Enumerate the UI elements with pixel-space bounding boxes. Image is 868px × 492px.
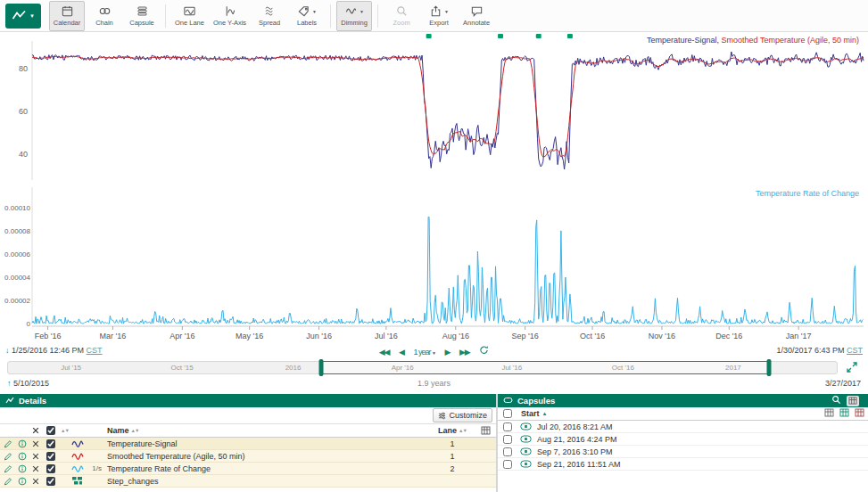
slider-axis-label: 2017 xyxy=(725,364,741,372)
slider-axis-label: Oct '16 xyxy=(612,364,634,372)
remove-icon[interactable] xyxy=(29,440,42,447)
info-icon[interactable] xyxy=(15,439,29,448)
details-row[interactable]: Temperature-Signal 1 xyxy=(0,438,496,450)
info-icon[interactable] xyxy=(15,452,29,461)
select-all-capsules-checkbox[interactable] xyxy=(503,409,512,418)
chevron-down-icon: ▼ xyxy=(444,9,449,14)
svg-text:0.00010: 0.00010 xyxy=(4,204,30,212)
edit-pencil-icon[interactable] xyxy=(0,464,15,473)
app-logo-button[interactable]: ▼ xyxy=(5,4,41,29)
selected-range[interactable] xyxy=(321,361,771,374)
toolbar-button-calendar[interactable]: Calendar xyxy=(49,1,85,31)
toolbar-label: One Y-Axis xyxy=(213,19,246,27)
signal-icon xyxy=(69,463,86,473)
item-name[interactable]: Temperature-Signal xyxy=(104,439,430,448)
edit-pencil-icon[interactable] xyxy=(0,477,15,486)
item-name[interactable]: Step_changes xyxy=(104,477,430,486)
capsule-select-checkbox[interactable] xyxy=(503,447,512,456)
capsule-row[interactable]: Sep 7, 2016 3:10 PM xyxy=(498,446,868,458)
item-name[interactable]: Temperature Rate of Change xyxy=(104,464,430,473)
item-name[interactable]: Smoothed Temperature (Agile, 50 min) xyxy=(104,452,430,461)
sort-selected-icon[interactable]: ▲▼ xyxy=(59,428,69,433)
toolbar-button-capsule[interactable]: Capsule xyxy=(124,1,160,31)
toolbar-button-dimming[interactable]: ▼ Dimming xyxy=(336,1,372,31)
capsule-select-checkbox[interactable] xyxy=(503,460,512,469)
edit-pencil-icon[interactable] xyxy=(0,452,15,461)
table-view-icon[interactable] xyxy=(824,408,834,419)
toolbar-button-export[interactable]: ▼ Export xyxy=(421,1,457,31)
lane-column-header[interactable]: Lane▲▼ xyxy=(430,426,475,435)
step-forward-button[interactable]: ▶ xyxy=(445,348,451,357)
capsule-select-checkbox[interactable] xyxy=(503,422,512,431)
add-column-icon[interactable] xyxy=(839,408,849,419)
toolbar-button-spread[interactable]: Spread xyxy=(252,1,287,31)
remove-icon[interactable] xyxy=(29,453,42,460)
overview-slider-track[interactable]: Jul '15Oct '152016Apr '16Jul '16Oct '162… xyxy=(7,361,838,374)
remove-icon[interactable] xyxy=(29,465,42,472)
step-back-fast-button[interactable]: ◀◀ xyxy=(379,348,390,357)
step-back-button[interactable]: ◀ xyxy=(399,348,404,357)
overview-slider-row: Jul '15Oct '152016Apr '16Jul '16Oct '162… xyxy=(0,359,868,377)
start-column-header[interactable]: Start▲ xyxy=(517,409,824,418)
capsule-row[interactable]: Sep 21, 2016 11:51 AM xyxy=(498,458,868,471)
trend-chart-area[interactable]: Feb '16Mar '16Apr '16May '16Jun '16Jul '… xyxy=(0,32,868,344)
toolbar-button-chain[interactable]: Chain xyxy=(87,1,122,31)
grid-options-button[interactable] xyxy=(847,396,859,406)
step-forward-fast-button[interactable]: ▶▶ xyxy=(459,348,470,357)
annotate-bubble-icon xyxy=(470,4,484,18)
range-handle-right[interactable] xyxy=(766,359,771,376)
timezone-link[interactable]: CST xyxy=(847,346,863,355)
customize-label: Customize xyxy=(449,411,487,420)
svg-text:80: 80 xyxy=(19,64,28,73)
capsule-select-checkbox[interactable] xyxy=(503,435,512,444)
signal-icon xyxy=(69,439,86,448)
remove-all-icon[interactable] xyxy=(29,427,42,434)
slider-axis-label: 2016 xyxy=(285,364,302,372)
expand-range-icon[interactable] xyxy=(846,361,860,373)
one-y-axis-icon xyxy=(223,4,236,18)
legend-item[interactable]: Smoothed Temperature (Agile, 50 min) xyxy=(722,36,859,45)
remove-column-icon[interactable] xyxy=(855,408,864,419)
row-select-checkbox[interactable] xyxy=(46,439,55,448)
chevron-down-icon: ▼ xyxy=(432,350,435,356)
trend-logo-icon xyxy=(12,9,27,23)
toolbar-button-labels[interactable]: ▼ Labels xyxy=(289,1,325,31)
duration-dropdown[interactable]: 1 year ▼ xyxy=(414,348,435,357)
customize-button[interactable]: Customize xyxy=(433,408,492,422)
refresh-icon[interactable] xyxy=(479,345,489,357)
remove-icon[interactable] xyxy=(29,478,42,485)
details-row[interactable]: 1/s Temperature Rate of Change 2 xyxy=(0,463,496,475)
info-icon[interactable] xyxy=(15,477,29,486)
toolbar-label: One Lane xyxy=(175,19,204,27)
info-icon[interactable] xyxy=(15,464,29,473)
toolbar-button-one-lane[interactable]: One Lane xyxy=(171,1,208,31)
capsules-table-header: Start▲ xyxy=(498,407,868,421)
display-range-end[interactable]: 1/30/2017 6:43 PM CST xyxy=(776,346,863,355)
toolbar-label: Export xyxy=(429,19,449,27)
toolbar-button-annotate[interactable]: Annotate xyxy=(459,1,494,31)
details-panel: Details Customize ▲▼ Name▲▼ Lane▲▼ xyxy=(0,394,496,492)
toolbar-button-one-y-axis[interactable]: One Y-Axis xyxy=(210,1,250,31)
details-row[interactable]: Smoothed Temperature (Agile, 50 min) 1 xyxy=(0,450,496,463)
capsule-icon xyxy=(517,435,533,443)
row-select-checkbox[interactable] xyxy=(46,477,55,486)
capsule-row[interactable]: Aug 21, 2016 4:24 PM xyxy=(498,433,868,446)
search-icon[interactable] xyxy=(831,395,841,406)
row-select-checkbox[interactable] xyxy=(46,452,55,461)
range-handle-left[interactable] xyxy=(319,359,324,376)
svg-text:Jan '17: Jan '17 xyxy=(786,332,812,340)
toolbar-label: Calendar xyxy=(54,19,80,27)
name-column-header[interactable]: Name▲▼ xyxy=(104,426,430,435)
lane-value: 1 xyxy=(430,452,475,461)
select-all-checkbox[interactable] xyxy=(46,426,55,435)
end-datetime[interactable]: 1/30/2017 6:43 PM xyxy=(776,346,844,355)
row-select-checkbox[interactable] xyxy=(46,464,55,473)
edit-pencil-icon[interactable] xyxy=(0,439,15,448)
capsule-row[interactable]: Jul 20, 2016 8:21 AM xyxy=(498,421,868,433)
slider-axis-label: Jul '15 xyxy=(61,364,81,372)
legend-item[interactable]: Temperature-Signal xyxy=(647,36,717,45)
details-row[interactable]: Step_changes xyxy=(0,475,496,488)
condition-icon xyxy=(69,476,86,486)
legend-item[interactable]: Temperature Rate of Change xyxy=(756,189,859,198)
grid-options-icon[interactable] xyxy=(475,426,496,435)
